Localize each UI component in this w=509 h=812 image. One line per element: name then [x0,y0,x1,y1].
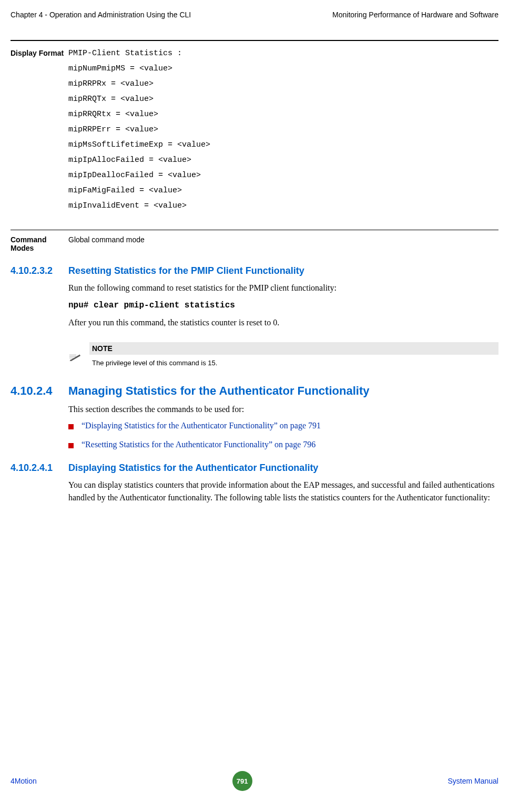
rule [11,230,498,230]
body-text: This section describes the commands to b… [68,403,498,416]
note-title: NOTE [89,342,498,355]
heading-title: Resetting Statistics for the PMIP Client… [68,265,304,276]
heading-row: 4.10.2.4.1 Displaying Statistics for the… [11,462,498,474]
body-text: You can display statistics counters that… [68,479,498,504]
mono-line: mipRRPErr = <value> [68,125,498,134]
page-number-badge: 791 [232,771,252,791]
mono-line: mipFaMigFailed = <value> [68,186,498,195]
heading-title: Managing Statistics for the Authenticato… [68,384,369,398]
heading-num: 4.10.2.4.1 [11,462,68,474]
list-item: “Displaying Statistics for the Authentic… [68,421,498,430]
page-number: 791 [237,777,248,785]
bullet-list: “Displaying Statistics for the Authentic… [68,421,498,449]
bullet-icon [68,443,74,448]
heading-num: 4.10.2.4 [11,384,68,398]
mono-line: mipIpAllocFailed = <value> [68,156,498,165]
heading-row: 4.10.2.3.2 Resetting Statistics for the … [11,265,498,276]
mono-line: mipNumPmipMS = <value> [68,64,498,73]
svg-rect-2 [69,356,76,357]
svg-rect-1 [69,355,76,355]
bullet-icon [68,424,74,429]
mono-line: mipRRPRx = <value> [68,79,498,88]
display-format-content: PMIP-Client Statistics : mipNumPmipMS = … [68,49,498,217]
heading-num: 4.10.2.3.2 [11,265,68,276]
header-left: Chapter 4 - Operation and Administration… [11,11,191,19]
heading-title: Displaying Statistics for the Authentica… [68,462,318,474]
pencil-icon [68,342,89,364]
mono-line: mipRRQTx = <value> [68,95,498,104]
mono-line: mipIpDeallocFailed = <value> [68,171,498,180]
mono-line: mipRRQRtx = <value> [68,110,498,119]
footer-right: System Manual [448,777,498,785]
footer-left: 4Motion [11,777,37,785]
command-modes-section: Command Modes Global command mode [11,235,498,252]
svg-rect-3 [69,358,74,358]
link-text[interactable]: “Displaying Statistics for the Authentic… [82,421,321,430]
rule [11,40,498,41]
mono-line: PMIP-Client Statistics : [68,49,498,58]
page-footer: 4Motion 791 System Manual [0,771,509,799]
command-modes-label: Command Modes [11,235,68,252]
page-header: Chapter 4 - Operation and Administration… [11,11,498,19]
mono-line: mipInvalidEvent = <value> [68,201,498,210]
note-block: NOTE The privilege level of this command… [68,342,498,371]
body-text: After you run this command, the statisti… [68,316,498,329]
note-content: NOTE The privilege level of this command… [89,342,498,371]
display-format-label: Display Format [11,49,68,217]
link-text[interactable]: “Resetting Statistics for the Authentica… [82,440,315,449]
note-text: The privilege level of this command is 1… [89,355,498,371]
command-text: npu# clear pmip-client statistics [68,301,498,310]
body-text: Run the following command to reset stati… [68,282,498,294]
display-format-section: Display Format PMIP-Client Statistics : … [11,49,498,217]
header-right: Monitoring Performance of Hardware and S… [332,11,498,19]
command-modes-text: Global command mode [68,235,498,252]
heading-row: 4.10.2.4 Managing Statistics for the Aut… [11,384,498,398]
mono-line: mipMsSoftLifetimeExp = <value> [68,140,498,149]
list-item: “Resetting Statistics for the Authentica… [68,440,498,449]
